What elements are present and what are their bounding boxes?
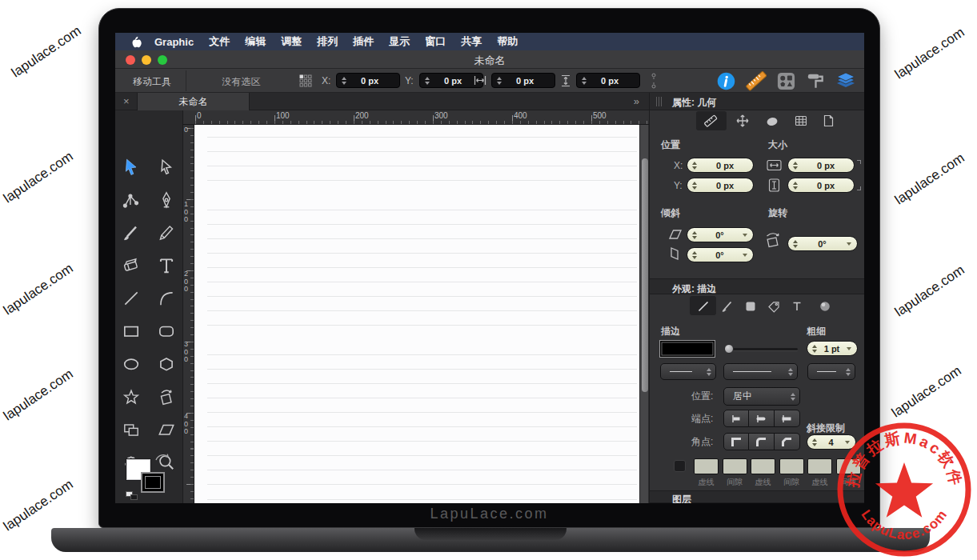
close-tab-icon[interactable]: ×: [123, 95, 130, 107]
shear-tool-button[interactable]: [154, 419, 178, 440]
x-position-stepper[interactable]: 0 px: [687, 158, 754, 173]
metrics-tab-ruler-icon[interactable]: [703, 114, 719, 128]
stroke-opacity-slider[interactable]: [726, 348, 798, 350]
skew-section-label: 倾斜: [661, 206, 680, 220]
corner-bevel-button[interactable]: [775, 433, 800, 450]
rotation-icon: [763, 230, 783, 250]
height-input[interactable]: 0 px: [576, 73, 640, 88]
corner-miter-button[interactable]: [723, 433, 749, 450]
menu-item-window[interactable]: 窗口: [425, 34, 446, 49]
default-colors-icon[interactable]: [130, 494, 138, 500]
stroke-position-dropdown[interactable]: 居中: [723, 387, 800, 406]
ellipse-tool-button[interactable]: [119, 354, 143, 374]
scrollbar-thumb[interactable]: [642, 158, 648, 392]
shadow-tab-icon[interactable]: [818, 299, 832, 314]
document-canvas[interactable]: [194, 125, 639, 503]
gap-length-field[interactable]: [723, 458, 747, 474]
node-tool-button[interactable]: [119, 190, 143, 210]
cap-round-button[interactable]: [749, 410, 775, 427]
arrow-end-dropdown[interactable]: [807, 363, 855, 380]
document-tab[interactable]: 未命名: [137, 93, 250, 110]
pen-tool-button[interactable]: [154, 190, 178, 210]
menu-item-file[interactable]: 文件: [209, 34, 230, 49]
dash-field-label: 间隙: [721, 477, 749, 488]
cap-butt-button[interactable]: [723, 410, 749, 427]
text-tool-button[interactable]: [154, 255, 178, 276]
star-tool-button[interactable]: [119, 386, 143, 407]
arrow-start-dropdown[interactable]: [723, 363, 798, 380]
dash-length-field[interactable]: [751, 458, 775, 474]
thickness-stepper[interactable]: 1 pt: [807, 341, 858, 356]
stroke-color-well[interactable]: [141, 472, 165, 493]
height-icon: [561, 74, 571, 87]
link-size-bracket: [857, 160, 861, 164]
line-tool-button[interactable]: [119, 288, 143, 309]
y-position-stepper[interactable]: 0 px: [687, 178, 754, 193]
move-tab-icon[interactable]: [735, 114, 751, 128]
brush-tool-button[interactable]: [119, 222, 143, 243]
grid-tab-icon[interactable]: [793, 114, 809, 128]
apple-icon[interactable]: [130, 35, 142, 48]
menu-item-plugins[interactable]: 插件: [353, 34, 374, 49]
pencil-tool-button[interactable]: [154, 222, 178, 243]
layers-icon[interactable]: [835, 70, 856, 91]
menu-item-help[interactable]: 帮助: [497, 34, 518, 49]
shapes-library-icon[interactable]: [776, 71, 796, 91]
rotation-stepper[interactable]: 0°: [787, 236, 858, 251]
brush-tab-icon[interactable]: [720, 299, 735, 314]
toolbar-divider: [186, 70, 186, 91]
dash-length-field[interactable]: [807, 458, 832, 474]
dash-field-label: 虚线: [806, 477, 834, 488]
rounded-rect-tool-button[interactable]: [154, 321, 178, 342]
text-style-tab-icon[interactable]: [790, 299, 804, 314]
tab-overflow-icon[interactable]: »: [634, 95, 639, 107]
menu-item-edit[interactable]: 编辑: [245, 34, 266, 49]
polygon-tool-button[interactable]: [154, 354, 178, 374]
combine-shapes-tool-button[interactable]: [119, 419, 143, 440]
fill-tab-icon[interactable]: [743, 299, 758, 314]
menu-item-view[interactable]: 显示: [389, 34, 410, 49]
stroke-tab-icon[interactable]: [696, 299, 711, 314]
skew-v-stepper[interactable]: 0°: [687, 247, 754, 262]
move-tool-button[interactable]: [119, 157, 143, 178]
direct-select-tool-button[interactable]: [154, 157, 178, 178]
corner-round-button[interactable]: [749, 433, 775, 450]
align-grid-icon[interactable]: [299, 74, 312, 87]
stamp-site-text: LapuLace.com: [858, 507, 950, 543]
height-stepper[interactable]: 0 px: [787, 178, 855, 193]
rectangle-tool-button[interactable]: [119, 321, 143, 342]
dash-pattern-checkbox[interactable]: [674, 460, 686, 472]
measure-ruler-icon[interactable]: [746, 70, 767, 91]
panel-grip-icon[interactable]: [656, 97, 662, 106]
style-tag-tab-icon[interactable]: [767, 299, 781, 314]
appearance-header: 外观: 描边: [650, 278, 864, 294]
color-wells: [123, 453, 176, 499]
ruler-tick-label: 200: [184, 270, 190, 294]
line-sample: [670, 371, 692, 372]
info-icon[interactable]: [716, 71, 736, 91]
slider-knob[interactable]: [724, 344, 734, 354]
menu-app-name[interactable]: Graphic: [154, 36, 194, 48]
width-input[interactable]: 0 px: [491, 73, 555, 88]
swap-colors-icon[interactable]: [154, 451, 171, 462]
svg-text:LapuLace.com: LapuLace.com: [858, 507, 950, 543]
menu-item-arrange[interactable]: 排列: [317, 34, 338, 49]
dash-length-field[interactable]: [694, 458, 719, 474]
gap-length-field[interactable]: [779, 458, 804, 474]
shape-tab-icon[interactable]: [764, 114, 780, 129]
x-position-input[interactable]: 0 px: [336, 73, 400, 88]
eraser-tool-button[interactable]: [119, 255, 143, 276]
width-stepper[interactable]: 0 px: [787, 158, 855, 173]
arc-tool-button[interactable]: [154, 288, 178, 309]
menu-item-share[interactable]: 共享: [461, 34, 482, 49]
page-tab-icon[interactable]: [820, 114, 836, 128]
free-transform-tool-button[interactable]: [154, 386, 178, 407]
cap-square-button[interactable]: [775, 410, 800, 427]
dash-style-dropdown[interactable]: [660, 363, 716, 380]
stroke-color-swatch[interactable]: [659, 340, 715, 358]
menu-item-adjust[interactable]: 调整: [281, 34, 302, 49]
paint-roller-icon[interactable]: [806, 71, 826, 91]
skew-h-stepper[interactable]: 0°: [687, 227, 754, 242]
properties-header: 属性: 几何: [672, 96, 716, 110]
link-dimensions-icon[interactable]: [650, 72, 658, 90]
